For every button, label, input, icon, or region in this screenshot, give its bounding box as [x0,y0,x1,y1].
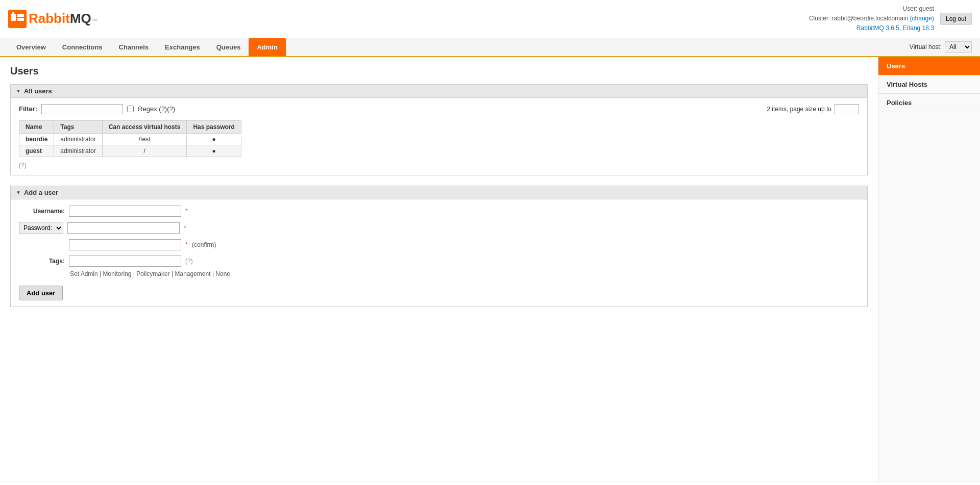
header-right: User: guest Cluster: rabbit@beordie.loca… [809,4,972,34]
nav-item-overview[interactable]: Overview [8,38,54,56]
username-input[interactable] [69,206,181,217]
rabbitmq-logo-icon [8,10,27,28]
user-vhosts-cell: /test [102,133,187,145]
user-name-cell: beordie [19,133,54,145]
version-info: RabbitMQ 3.6.5, Erlang 18.3 [809,23,934,33]
svg-rect-3 [17,14,24,17]
sidebar-item-virtual-hosts[interactable]: Virtual Hosts [878,75,980,94]
all-users-section-header[interactable]: ▼ All users [10,84,868,98]
regex-checkbox[interactable] [127,106,134,112]
nav-right: Virtual host: All / /test [910,41,972,53]
users-table: Name Tags Can access virtual hosts Has p… [19,120,241,157]
add-user-button[interactable]: Add user [19,286,63,300]
footer: HTTP API | Command Line ReferenceError: … [0,481,980,485]
set-label: Set [70,270,79,277]
table-help-link[interactable]: (?) [19,162,27,169]
svg-rect-2 [12,12,14,15]
col-vhosts: Can access virtual hosts [102,120,187,133]
toggle-arrow-add: ▼ [16,190,21,195]
tags-input[interactable] [69,256,181,267]
tags-help-link[interactable]: (?) [185,258,193,265]
page-size-row: 2 items, page size up to 100 [767,104,859,114]
logo: RabbitMQ™ [8,10,97,28]
sidebar-item-policies[interactable]: Policies [878,94,980,112]
filter-row: Filter: Regex (?)(?) 2 items, page size … [19,104,859,114]
confirm-required: * [185,241,188,248]
main-content: Users ▼ All users Filter: Regex (?)(?) 2… [0,57,878,481]
col-password: Has password [187,120,241,133]
svg-rect-4 [17,18,24,21]
page-size-text: 2 items, page size up to [767,106,831,113]
nav-item-channels[interactable]: Channels [111,38,157,56]
filter-input[interactable] [41,104,123,114]
nav-item-admin[interactable]: Admin [249,38,285,56]
tag-policymaker-link[interactable]: Policymaker [136,270,169,277]
tags-row: Tags: (?) [19,256,859,267]
table-row: guest administrator / ● [19,145,241,157]
toggle-arrow: ▼ [16,88,21,94]
col-name: Name [19,120,54,133]
table-row: beordie administrator /test ● [19,133,241,145]
nav-item-exchanges[interactable]: Exchanges [157,38,208,56]
user-vhosts-cell: / [102,145,187,157]
password-type-row: Password: Hash: [19,222,63,234]
password-required: * [184,224,186,232]
logo-text: RabbitMQ™ [29,11,97,27]
tag-none-link[interactable]: None [215,270,230,277]
navigation: Overview Connections Channels Exchanges … [0,38,980,57]
page-size-input[interactable]: 100 [835,104,859,114]
filter-label: Filter: [19,105,37,113]
tags-label: Tags: [19,258,65,265]
username-row: Username: * [19,206,859,217]
user-password-cell: ● [187,145,241,157]
add-user-section-header[interactable]: ▼ Add a user [10,186,868,199]
page-title: Users [10,65,868,77]
user-tags-cell: administrator [54,133,102,145]
password-row: Password: Hash: * [19,222,859,234]
user-password-cell: ● [187,133,241,145]
cluster-info: Cluster: rabbit@beordie.localdomain (cha… [809,14,934,23]
header-info: User: guest Cluster: rabbit@beordie.loca… [809,4,934,34]
tag-monitoring-link[interactable]: Monitoring [103,270,132,277]
cluster-change-link[interactable]: (change) [910,15,934,22]
add-user-section-title: Add a user [24,189,58,196]
sidebar: Users Virtual Hosts Policies [878,57,980,481]
tag-links-row: Set Admin | Monitoring | Policymaker | M… [69,270,859,277]
user-name-link[interactable]: guest [26,147,42,155]
password-input[interactable] [67,222,180,234]
tag-admin-link[interactable]: Admin [81,270,98,277]
header: RabbitMQ™ User: guest Cluster: rabbit@be… [0,0,980,38]
password-type-select[interactable]: Password: Hash: [19,222,63,234]
confirm-label: (confirm) [192,241,216,248]
add-user-section-body: Username: * Password: Hash: * * [10,199,868,307]
regex-label: Regex (?)(?) [138,105,175,113]
tag-management-link[interactable]: Management [175,270,210,277]
nav-item-connections[interactable]: Connections [54,38,111,56]
nav-item-queues[interactable]: Queues [208,38,249,56]
nav-left: Overview Connections Channels Exchanges … [8,38,286,56]
user-info: User: guest [809,4,934,14]
content: Users ▼ All users Filter: Regex (?)(?) 2… [0,57,980,481]
vhost-label: Virtual host: [910,43,942,50]
sidebar-item-users[interactable]: Users [878,57,980,75]
username-label: Username: [19,208,65,215]
user-name-link[interactable]: beordie [26,136,47,143]
vhost-select[interactable]: All / /test [945,41,972,53]
confirm-password-row: * (confirm) [19,239,859,250]
col-tags: Tags [54,120,102,133]
user-name-cell: guest [19,145,54,157]
username-required: * [185,207,188,215]
confirm-password-input[interactable] [69,239,181,250]
svg-rect-1 [11,14,16,21]
all-users-section-title: All users [24,87,52,95]
logout-button[interactable]: Log out [940,13,972,25]
user-tags-cell: administrator [54,145,102,157]
all-users-section-body: Filter: Regex (?)(?) 2 items, page size … [10,98,868,175]
